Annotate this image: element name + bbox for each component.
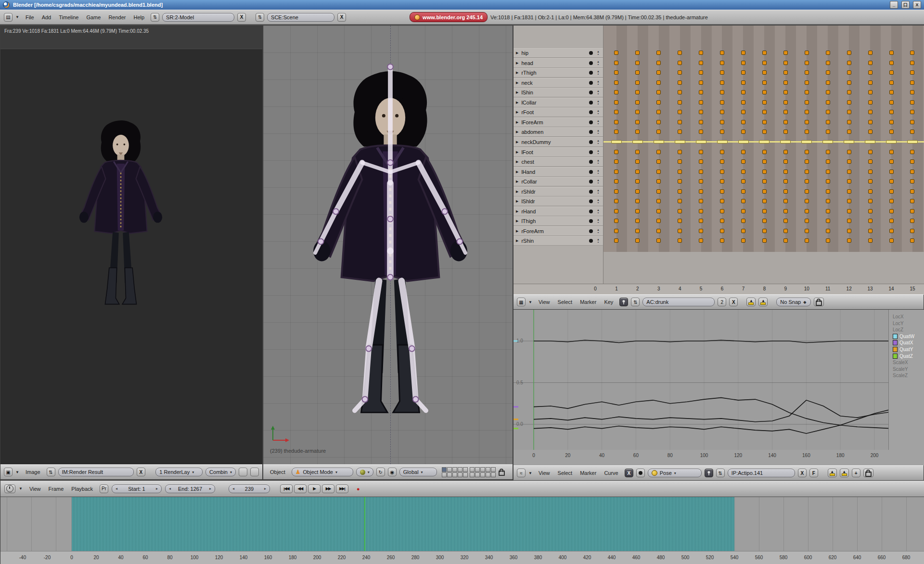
keyframe-dot[interactable]: [635, 170, 640, 174]
transport-button[interactable]: ▶▶|: [336, 485, 348, 493]
keyframe-dot[interactable]: [699, 120, 703, 124]
keyframe-dot[interactable]: [635, 150, 640, 154]
draw-mode-selector[interactable]: ▾: [356, 468, 373, 476]
keyframe-dot[interactable]: [656, 120, 661, 124]
channel-expand-icon[interactable]: ▶: [516, 61, 518, 65]
keyframe-dot[interactable]: [614, 61, 618, 65]
playback-sync-button[interactable]: Pr: [100, 485, 108, 493]
keyframe-dot[interactable]: [635, 120, 640, 124]
menu-playback[interactable]: Playback: [68, 485, 96, 492]
channel-row[interactable]: ▶lShin▴▪: [513, 88, 603, 97]
action-users-button[interactable]: 2: [718, 298, 726, 306]
channel-mute-icon[interactable]: ▪: [598, 142, 599, 145]
keyframe-dot[interactable]: [910, 229, 914, 233]
keyframe-dot[interactable]: [741, 120, 745, 124]
keyframe-dot[interactable]: [805, 199, 809, 203]
keyframe-dot[interactable]: [826, 80, 830, 85]
keyframe-dot[interactable]: [614, 199, 618, 203]
keyframe-dot[interactable]: [720, 189, 724, 194]
keyframe-dot[interactable]: [910, 199, 914, 203]
ipo-datablock-selector[interactable]: IP:Actipo.141: [728, 469, 795, 477]
keyframe-dot[interactable]: [847, 130, 851, 134]
keyframe-dot[interactable]: [868, 150, 873, 154]
menu-timeline[interactable]: Timeline: [55, 14, 82, 21]
keyframe-dot[interactable]: [783, 130, 788, 134]
pan-view-button[interactable]: +: [852, 469, 860, 477]
layer-button-19[interactable]: [486, 472, 490, 477]
end-frame-field[interactable]: ◂ End: 1267 ▸: [165, 485, 215, 493]
keyframe-dot[interactable]: [699, 61, 703, 65]
keyframe-dot[interactable]: [741, 179, 745, 184]
keyframe-dot[interactable]: [699, 110, 703, 114]
ipo-curve-QuatY[interactable]: [534, 400, 888, 422]
keyframe-dot[interactable]: [720, 229, 724, 233]
keyframe-dot[interactable]: [762, 100, 767, 105]
channel-expand-icon[interactable]: ▶: [516, 101, 518, 105]
keyframe-dot[interactable]: [699, 189, 703, 194]
channel-mute-icon[interactable]: ▪: [598, 63, 599, 66]
selected-keyframe[interactable]: [738, 140, 749, 144]
channel-visibility-dot-icon[interactable]: [589, 71, 593, 75]
keyframe-dot[interactable]: [910, 238, 914, 243]
keyframe-dot[interactable]: [656, 100, 661, 105]
keyframe-dot[interactable]: [889, 90, 894, 94]
keyframe-dot[interactable]: [635, 110, 640, 114]
keyframe-dot[interactable]: [910, 130, 914, 134]
maximize-button[interactable]: 口: [901, 1, 910, 9]
keyframe-dot[interactable]: [656, 150, 661, 154]
keyframe-dot[interactable]: [910, 61, 914, 65]
keyframe-dot[interactable]: [614, 80, 618, 85]
channel-visibility-dot-icon[interactable]: [589, 239, 593, 243]
keyframe-dot[interactable]: [847, 100, 851, 105]
keyframe-dot[interactable]: [868, 100, 873, 105]
menu-marker[interactable]: Marker: [577, 470, 600, 476]
keyframe-dot[interactable]: [868, 189, 873, 194]
keyframe-dot[interactable]: [656, 229, 661, 233]
keyframe-dot[interactable]: [614, 179, 618, 184]
channel-visibility-dot-icon[interactable]: [589, 140, 593, 144]
lock-ipo-button[interactable]: [863, 469, 873, 477]
start-frame-field[interactable]: ◂ Start: 1 ▸: [112, 485, 162, 493]
channel-expand-icon[interactable]: ▶: [516, 210, 518, 213]
keyframe-dot[interactable]: [720, 130, 724, 134]
ipo-legend-item[interactable]: LocY: [893, 320, 904, 327]
channel-row[interactable]: ▶head▴▪: [513, 58, 603, 68]
keyframe-dot[interactable]: [847, 51, 851, 55]
selected-keyframe[interactable]: [632, 140, 643, 144]
keyframe-dot[interactable]: [910, 70, 914, 75]
keyframe-dot[interactable]: [868, 219, 873, 223]
keyframe-dot[interactable]: [656, 159, 661, 164]
current-frame-field[interactable]: ◂ 239 ▸: [229, 485, 270, 493]
keyframe-dot[interactable]: [741, 70, 745, 75]
selected-keyframe[interactable]: [844, 140, 854, 144]
channel-visibility-dot-icon[interactable]: [589, 219, 593, 223]
keyframe-dot[interactable]: [826, 179, 830, 184]
channel-expand-icon[interactable]: ▶: [516, 190, 518, 194]
transport-button[interactable]: |◀◀: [280, 485, 293, 493]
keyframe-dot[interactable]: [783, 238, 788, 243]
keyframe-dot[interactable]: [614, 51, 618, 55]
close-button[interactable]: X: [913, 1, 921, 9]
channel-mute-icon[interactable]: ▪: [598, 211, 599, 214]
keyframe-dot[interactable]: [720, 80, 724, 85]
menu-curve[interactable]: Curve: [601, 470, 621, 476]
keyframe-dot[interactable]: [889, 150, 894, 154]
keyframe-dot[interactable]: [889, 209, 894, 213]
keyframe-dot[interactable]: [720, 238, 724, 243]
keyframe-dot[interactable]: [741, 209, 745, 213]
channel-visibility-dot-icon[interactable]: [589, 170, 593, 174]
keyframe-dot[interactable]: [868, 110, 873, 114]
paste-curve-button[interactable]: ▲: [840, 469, 849, 477]
transport-button[interactable]: ▶: [308, 485, 321, 493]
keyframe-dot[interactable]: [868, 238, 873, 243]
ipo-legend-item[interactable]: ScaleY: [893, 366, 908, 372]
keyframe-dot[interactable]: [805, 130, 809, 134]
keyframe-dot[interactable]: [720, 120, 724, 124]
ipo-curve-area[interactable]: 1.00.50.0: [513, 310, 889, 450]
keyframe-dot[interactable]: [614, 159, 618, 164]
keyframe-dot[interactable]: [656, 130, 661, 134]
channel-mute-icon[interactable]: ▪: [598, 73, 599, 76]
keyframe-dot[interactable]: [614, 229, 618, 233]
keyframe-dot[interactable]: [635, 61, 640, 65]
channel-mute-icon[interactable]: ▪: [598, 201, 599, 204]
